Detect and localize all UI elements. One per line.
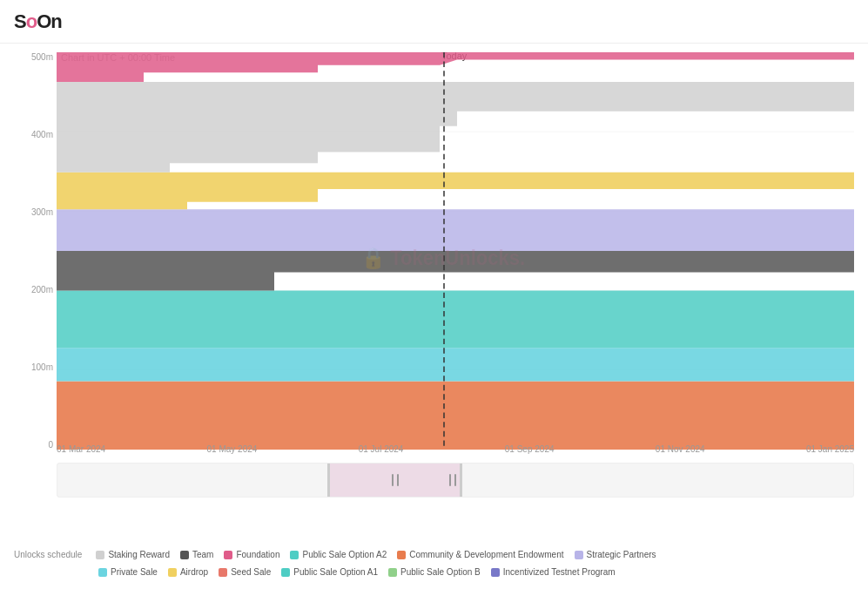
x-label-may: 01 May 2024 [207,444,258,454]
public-b-dot [388,568,397,577]
team-label: Team [192,547,213,563]
svg-marker-11 [57,173,854,209]
legend-item-staking: Staking Reward [96,547,170,563]
x-label-jul: 01 Jul 2024 [359,444,404,454]
legend-item-public-a2: Public Sale Option A2 [290,547,387,563]
x-axis: 01 Mar 2024 01 May 2024 01 Jul 2024 01 S… [57,444,854,454]
testnet-dot [491,568,500,577]
airdrop-label: Airdrop [180,565,208,580]
y-label-200m: 200m [31,285,53,294]
svg-marker-14 [57,52,854,82]
foundation-label: Foundation [236,547,279,563]
legend-item-private: Private Sale [98,565,158,580]
x-label-jan: 01 Jan 2025 [806,444,854,454]
community-label: Community & Development Endowment [409,547,563,563]
legend-row-1: Unlocks schedule Staking Reward Team Fou… [14,547,854,563]
legend-item-seed: Seed Sale [219,565,271,580]
private-sale-label: Private Sale [111,565,158,580]
legend-item-public-b: Public Sale Option B [388,565,481,580]
airdrop-dot [168,568,177,577]
chart-area: 🔒 TokenUnlocks. [57,52,854,450]
y-axis: 500m 400m 300m 200m 100m 0 [14,52,53,450]
private-sale-dot [98,568,107,577]
svg-marker-7 [57,348,854,381]
scrollbar[interactable] [57,463,854,498]
public-a2-dot [290,551,299,559]
svg-marker-6 [57,382,854,450]
scrollbar-handle[interactable] [327,464,462,497]
community-dot [397,551,406,559]
legend-header: Unlocks schedule [14,547,82,563]
x-label-mar: 01 Mar 2024 [57,444,105,454]
y-label-100m: 100m [31,362,53,372]
legend: Unlocks schedule Staking Reward Team Fou… [14,547,854,582]
svg-text:🔒 TokenUnlocks.: 🔒 TokenUnlocks. [361,245,525,270]
y-label-400m: 400m [31,130,53,139]
seed-sale-dot [219,568,227,577]
y-label-0: 0 [48,440,53,450]
y-label-300m: 300m [31,207,53,217]
svg-marker-8 [57,291,854,349]
public-a2-label: Public Sale Option A2 [302,547,387,563]
strategic-label: Strategic Partners [587,547,656,563]
public-a1-dot [281,568,290,577]
logo: SoOn [14,10,62,33]
svg-marker-10 [57,209,854,251]
strategic-dot [575,551,583,559]
legend-item-airdrop: Airdrop [168,565,208,580]
public-b-label: Public Sale Option B [400,565,481,580]
team-dot [180,551,189,559]
svg-marker-12 [57,82,854,173]
main-container: SoOn Chart in UTC + 00:00 Time Today 500… [0,0,868,589]
seed-sale-label: Seed Sale [231,565,271,580]
foundation-dot [224,551,232,559]
legend-item-testnet: Incentivized Testnet Program [491,565,616,580]
legend-row-2: Private Sale Airdrop Seed Sale Public Sa… [14,565,854,580]
x-label-sep: 01 Sep 2024 [505,444,555,454]
staking-reward-dot [96,551,104,559]
legend-item-public-a1: Public Sale Option A1 [281,565,378,580]
legend-item-foundation: Foundation [224,547,279,563]
x-label-nov: 01 Nov 2024 [656,444,705,454]
header: SoOn [0,0,868,44]
legend-item-strategic: Strategic Partners [575,547,656,563]
y-label-500m: 500m [31,52,53,62]
testnet-label: Incentivized Testnet Program [503,565,616,580]
legend-item-team: Team [180,547,213,563]
legend-item-community: Community & Development Endowment [397,547,563,563]
staking-reward-label: Staking Reward [108,547,170,563]
public-a1-label: Public Sale Option A1 [293,565,378,580]
